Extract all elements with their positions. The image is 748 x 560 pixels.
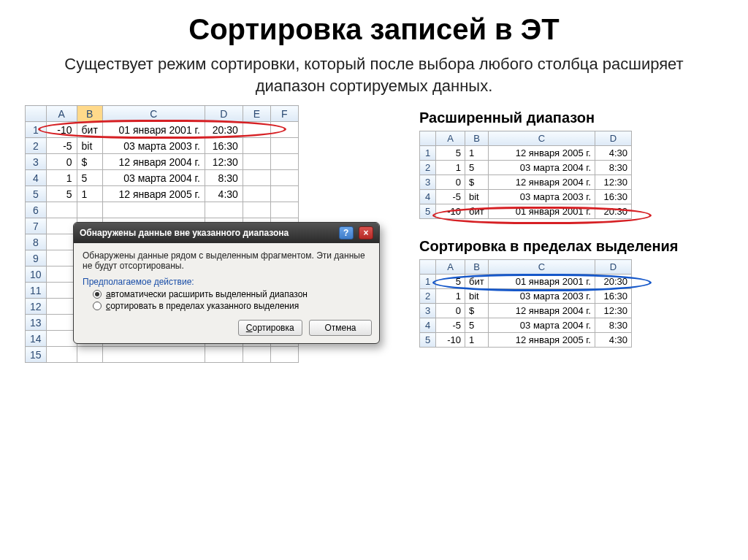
row-header[interactable]: 11 xyxy=(26,283,47,299)
col-C[interactable]: C xyxy=(489,131,595,146)
cell[interactable]: 5 xyxy=(436,275,465,289)
cell[interactable]: $ xyxy=(77,154,102,170)
col-A[interactable]: A xyxy=(436,131,465,146)
cell[interactable]: 1 xyxy=(436,289,465,304)
cell[interactable]: 5 xyxy=(465,318,489,333)
row-header[interactable]: 14 xyxy=(26,331,47,347)
cell[interactable]: 8:30 xyxy=(595,318,632,333)
cell[interactable] xyxy=(205,202,243,218)
cell[interactable]: 20:30 xyxy=(205,122,243,138)
cell[interactable] xyxy=(270,202,298,218)
cell[interactable]: -5 xyxy=(436,318,465,333)
cell[interactable]: 03 марта 2003 г. xyxy=(489,289,595,304)
cell[interactable]: 03 марта 2003 г. xyxy=(102,138,205,154)
cell[interactable] xyxy=(270,154,298,170)
cell[interactable]: bit xyxy=(465,289,489,304)
help-icon[interactable]: ? xyxy=(339,226,354,239)
row-header[interactable]: 4 xyxy=(420,318,436,333)
close-icon[interactable]: × xyxy=(359,226,373,239)
cell[interactable]: 20:30 xyxy=(595,275,632,289)
cell[interactable]: 8:30 xyxy=(595,161,632,175)
radio-extend[interactable]: автоматически расширить выделенный диапа… xyxy=(93,289,370,299)
col-B[interactable]: B xyxy=(465,131,489,146)
cell[interactable]: 03 марта 2003 г. xyxy=(489,190,595,204)
cell[interactable] xyxy=(205,347,243,363)
cancel-button[interactable]: Отмена xyxy=(309,320,372,336)
cell[interactable]: 01 января 2001 г. xyxy=(489,275,595,289)
cell[interactable] xyxy=(102,202,205,218)
cell[interactable] xyxy=(46,250,77,266)
cell[interactable] xyxy=(243,138,270,154)
row-header[interactable]: 8 xyxy=(26,234,47,250)
row-header[interactable]: 5 xyxy=(420,333,436,348)
cell[interactable]: 12:30 xyxy=(595,304,632,318)
cell[interactable] xyxy=(270,170,298,186)
cell[interactable] xyxy=(46,299,77,315)
cell[interactable] xyxy=(270,138,298,154)
row-header[interactable]: 12 xyxy=(26,299,47,315)
cell[interactable]: 5 xyxy=(77,170,102,186)
cell[interactable]: 12 января 2004 г. xyxy=(489,304,595,318)
col-A[interactable]: A xyxy=(436,260,465,275)
row-header[interactable]: 3 xyxy=(420,304,436,318)
cell[interactable]: 4:30 xyxy=(205,186,243,202)
cell[interactable]: 8:30 xyxy=(205,170,243,186)
cell[interactable]: 12 января 2004 г. xyxy=(102,154,205,170)
cell[interactable]: 1 xyxy=(465,333,489,348)
cell[interactable] xyxy=(46,202,77,218)
col-C[interactable]: C xyxy=(489,260,595,275)
cell[interactable]: 16:30 xyxy=(205,138,243,154)
cell[interactable]: 20:30 xyxy=(595,204,632,219)
cell[interactable] xyxy=(77,202,102,218)
row-header[interactable]: 10 xyxy=(26,266,47,283)
sort-button[interactable]: Сортировка xyxy=(238,320,302,336)
row-header[interactable]: 1 xyxy=(420,275,436,289)
cell[interactable] xyxy=(46,234,77,250)
cell[interactable]: 12 января 2005 г. xyxy=(102,186,205,202)
cell[interactable]: 5 xyxy=(465,161,489,175)
cell[interactable]: -5 xyxy=(46,138,77,154)
col-D[interactable]: D xyxy=(595,131,632,146)
cell[interactable]: 12:30 xyxy=(595,175,632,190)
row-header[interactable]: 13 xyxy=(26,315,47,331)
cell[interactable]: 0 xyxy=(46,154,77,170)
cell[interactable] xyxy=(46,266,77,283)
col-E[interactable]: E xyxy=(243,106,270,122)
cell[interactable] xyxy=(243,186,270,202)
cell[interactable] xyxy=(270,347,298,363)
row-header[interactable]: 6 xyxy=(26,202,47,218)
cell[interactable] xyxy=(270,186,298,202)
row-header[interactable]: 5 xyxy=(26,186,47,202)
cell[interactable]: 1 xyxy=(77,186,102,202)
cell[interactable]: 03 марта 2004 г. xyxy=(102,170,205,186)
row-header[interactable]: 3 xyxy=(420,175,436,190)
cell[interactable] xyxy=(46,331,77,347)
col-A[interactable]: A xyxy=(46,106,77,122)
cell[interactable]: бит xyxy=(465,275,489,289)
cell[interactable]: 12 января 2004 г. xyxy=(489,175,595,190)
row-header[interactable]: 15 xyxy=(26,347,47,363)
row-header[interactable]: 1 xyxy=(26,122,47,138)
cell[interactable]: bit xyxy=(465,190,489,204)
cell[interactable]: 03 марта 2004 г. xyxy=(489,161,595,175)
cell[interactable] xyxy=(46,218,77,234)
cell[interactable]: 01 января 2001 г. xyxy=(489,204,595,219)
cell[interactable]: $ xyxy=(465,175,489,190)
cell[interactable] xyxy=(243,122,270,138)
row-header[interactable]: 2 xyxy=(420,161,436,175)
row-header[interactable]: 3 xyxy=(26,154,47,170)
cell[interactable]: 16:30 xyxy=(595,289,632,304)
cell[interactable] xyxy=(46,283,77,299)
row-header[interactable]: 4 xyxy=(26,170,47,186)
cell[interactable] xyxy=(243,202,270,218)
cell[interactable]: -10 xyxy=(46,122,77,138)
cell[interactable]: 12 января 2005 г. xyxy=(489,146,595,161)
row-header[interactable]: 2 xyxy=(26,138,47,154)
cell[interactable] xyxy=(46,347,77,363)
row-header[interactable]: 7 xyxy=(26,218,47,234)
cell[interactable]: 03 марта 2004 г. xyxy=(489,318,595,333)
col-B[interactable]: B xyxy=(465,260,489,275)
cell[interactable]: 16:30 xyxy=(595,190,632,204)
cell[interactable]: 01 января 2001 г. xyxy=(102,122,205,138)
cell[interactable]: бит xyxy=(465,204,489,219)
